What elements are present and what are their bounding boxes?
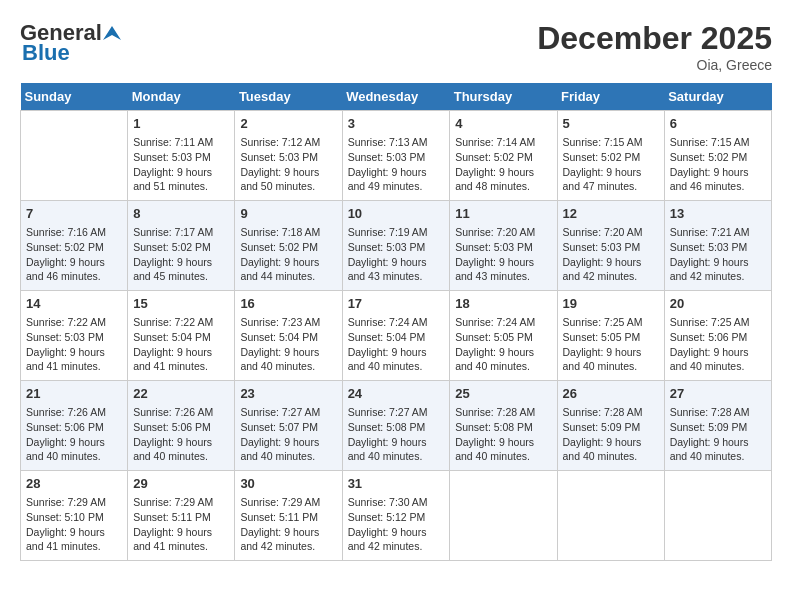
- calendar-body: 1Sunrise: 7:11 AMSunset: 5:03 PMDaylight…: [21, 111, 772, 561]
- day-info-line: and 41 minutes.: [26, 539, 122, 554]
- day-info-line: Sunrise: 7:26 AM: [26, 405, 122, 420]
- day-number: 8: [133, 205, 229, 223]
- day-info-line: Daylight: 9 hours: [26, 435, 122, 450]
- weekday-header-cell: Sunday: [21, 83, 128, 111]
- calendar-day-cell: 26Sunrise: 7:28 AMSunset: 5:09 PMDayligh…: [557, 381, 664, 471]
- day-number: 11: [455, 205, 551, 223]
- day-info-line: and 43 minutes.: [348, 269, 445, 284]
- svg-marker-0: [103, 26, 121, 40]
- weekday-header-cell: Monday: [128, 83, 235, 111]
- day-info-line: and 40 minutes.: [455, 359, 551, 374]
- day-info-line: Sunrise: 7:22 AM: [133, 315, 229, 330]
- day-info-line: Sunrise: 7:19 AM: [348, 225, 445, 240]
- day-info-line: Sunset: 5:04 PM: [240, 330, 336, 345]
- day-number: 2: [240, 115, 336, 133]
- title-area: December 2025 Oia, Greece: [537, 20, 772, 73]
- day-number: 5: [563, 115, 659, 133]
- calendar-day-cell: 1Sunrise: 7:11 AMSunset: 5:03 PMDaylight…: [128, 111, 235, 201]
- calendar-day-cell: 31Sunrise: 7:30 AMSunset: 5:12 PMDayligh…: [342, 471, 450, 561]
- day-info-line: Sunrise: 7:29 AM: [240, 495, 336, 510]
- day-info-line: Sunrise: 7:24 AM: [455, 315, 551, 330]
- day-number: 24: [348, 385, 445, 403]
- calendar-day-cell: 27Sunrise: 7:28 AMSunset: 5:09 PMDayligh…: [664, 381, 771, 471]
- calendar-day-cell: 19Sunrise: 7:25 AMSunset: 5:05 PMDayligh…: [557, 291, 664, 381]
- day-info-line: Sunrise: 7:25 AM: [670, 315, 766, 330]
- day-info-line: and 41 minutes.: [26, 359, 122, 374]
- calendar-day-cell: 15Sunrise: 7:22 AMSunset: 5:04 PMDayligh…: [128, 291, 235, 381]
- day-info-line: Daylight: 9 hours: [670, 255, 766, 270]
- weekday-header-row: SundayMondayTuesdayWednesdayThursdayFrid…: [21, 83, 772, 111]
- day-info-line: Sunset: 5:03 PM: [348, 240, 445, 255]
- calendar-day-cell: 22Sunrise: 7:26 AMSunset: 5:06 PMDayligh…: [128, 381, 235, 471]
- day-info-line: Sunset: 5:07 PM: [240, 420, 336, 435]
- calendar-day-cell: 18Sunrise: 7:24 AMSunset: 5:05 PMDayligh…: [450, 291, 557, 381]
- calendar-day-cell: 5Sunrise: 7:15 AMSunset: 5:02 PMDaylight…: [557, 111, 664, 201]
- calendar-week-row: 14Sunrise: 7:22 AMSunset: 5:03 PMDayligh…: [21, 291, 772, 381]
- logo: General Blue: [20, 20, 122, 66]
- day-info-line: Sunrise: 7:20 AM: [455, 225, 551, 240]
- calendar-day-cell: 6Sunrise: 7:15 AMSunset: 5:02 PMDaylight…: [664, 111, 771, 201]
- day-info-line: and 46 minutes.: [26, 269, 122, 284]
- day-info-line: Sunset: 5:11 PM: [240, 510, 336, 525]
- calendar-day-cell: 12Sunrise: 7:20 AMSunset: 5:03 PMDayligh…: [557, 201, 664, 291]
- day-number: 14: [26, 295, 122, 313]
- weekday-header-cell: Friday: [557, 83, 664, 111]
- day-info-line: Sunset: 5:03 PM: [133, 150, 229, 165]
- day-info-line: Daylight: 9 hours: [348, 525, 445, 540]
- calendar-day-cell: 21Sunrise: 7:26 AMSunset: 5:06 PMDayligh…: [21, 381, 128, 471]
- day-number: 27: [670, 385, 766, 403]
- calendar-table: SundayMondayTuesdayWednesdayThursdayFrid…: [20, 83, 772, 561]
- day-info-line: and 42 minutes.: [240, 539, 336, 554]
- day-number: 1: [133, 115, 229, 133]
- day-number: 10: [348, 205, 445, 223]
- day-info-line: and 40 minutes.: [563, 449, 659, 464]
- calendar-day-cell: 13Sunrise: 7:21 AMSunset: 5:03 PMDayligh…: [664, 201, 771, 291]
- day-info-line: and 48 minutes.: [455, 179, 551, 194]
- day-info-line: Sunrise: 7:12 AM: [240, 135, 336, 150]
- day-info-line: Sunset: 5:02 PM: [26, 240, 122, 255]
- calendar-day-cell: 20Sunrise: 7:25 AMSunset: 5:06 PMDayligh…: [664, 291, 771, 381]
- day-info-line: Sunrise: 7:23 AM: [240, 315, 336, 330]
- day-number: 19: [563, 295, 659, 313]
- day-info-line: Sunrise: 7:18 AM: [240, 225, 336, 240]
- day-info-line: Sunrise: 7:21 AM: [670, 225, 766, 240]
- day-info-line: Daylight: 9 hours: [670, 435, 766, 450]
- day-number: 23: [240, 385, 336, 403]
- day-info-line: and 40 minutes.: [670, 359, 766, 374]
- day-info-line: Sunset: 5:04 PM: [348, 330, 445, 345]
- day-number: 16: [240, 295, 336, 313]
- day-info-line: Sunrise: 7:24 AM: [348, 315, 445, 330]
- calendar-day-cell: 24Sunrise: 7:27 AMSunset: 5:08 PMDayligh…: [342, 381, 450, 471]
- day-info-line: Sunset: 5:05 PM: [455, 330, 551, 345]
- day-number: 20: [670, 295, 766, 313]
- day-info-line: Sunrise: 7:28 AM: [455, 405, 551, 420]
- calendar-day-cell: 30Sunrise: 7:29 AMSunset: 5:11 PMDayligh…: [235, 471, 342, 561]
- day-info-line: Daylight: 9 hours: [563, 165, 659, 180]
- day-info-line: Daylight: 9 hours: [133, 435, 229, 450]
- day-info-line: and 40 minutes.: [563, 359, 659, 374]
- day-info-line: Daylight: 9 hours: [455, 255, 551, 270]
- day-info-line: Daylight: 9 hours: [133, 525, 229, 540]
- day-info-line: and 40 minutes.: [240, 359, 336, 374]
- calendar-day-cell: 4Sunrise: 7:14 AMSunset: 5:02 PMDaylight…: [450, 111, 557, 201]
- day-info-line: Sunrise: 7:29 AM: [133, 495, 229, 510]
- calendar-day-cell: 8Sunrise: 7:17 AMSunset: 5:02 PMDaylight…: [128, 201, 235, 291]
- day-info-line: Sunset: 5:06 PM: [670, 330, 766, 345]
- day-info-line: and 49 minutes.: [348, 179, 445, 194]
- calendar-day-cell: 10Sunrise: 7:19 AMSunset: 5:03 PMDayligh…: [342, 201, 450, 291]
- calendar-day-cell: [664, 471, 771, 561]
- day-number: 15: [133, 295, 229, 313]
- page-header: General Blue December 2025 Oia, Greece: [20, 20, 772, 73]
- day-info-line: Sunset: 5:11 PM: [133, 510, 229, 525]
- day-info-line: Sunrise: 7:30 AM: [348, 495, 445, 510]
- day-info-line: Sunset: 5:03 PM: [455, 240, 551, 255]
- day-info-line: and 40 minutes.: [348, 359, 445, 374]
- day-info-line: Sunrise: 7:17 AM: [133, 225, 229, 240]
- day-info-line: Daylight: 9 hours: [133, 165, 229, 180]
- day-info-line: Sunset: 5:06 PM: [26, 420, 122, 435]
- day-info-line: Daylight: 9 hours: [455, 435, 551, 450]
- weekday-header-cell: Thursday: [450, 83, 557, 111]
- day-info-line: Sunrise: 7:11 AM: [133, 135, 229, 150]
- day-info-line: and 40 minutes.: [133, 449, 229, 464]
- day-number: 7: [26, 205, 122, 223]
